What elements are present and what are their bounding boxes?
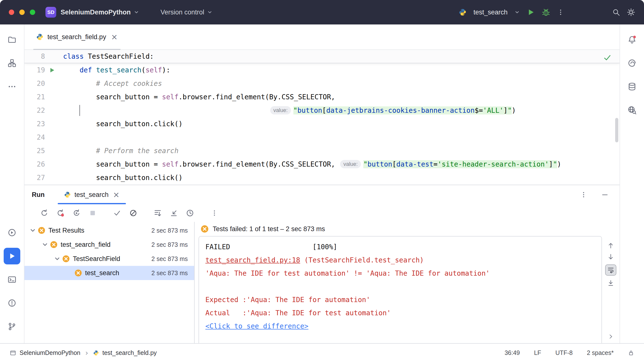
- tree-expand-icon[interactable]: [54, 255, 61, 262]
- editor-scrollbar[interactable]: [615, 118, 618, 142]
- code-token: data-jetbrains-cookies-banner-action: [326, 106, 474, 115]
- toggle-auto-test-button[interactable]: [71, 207, 82, 219]
- line-number: 20: [24, 77, 45, 90]
- more-tools-button[interactable]: [4, 78, 20, 95]
- rerun-button[interactable]: [39, 207, 50, 219]
- python-icon: [459, 8, 466, 16]
- scroll-to-end-icon[interactable]: [607, 280, 614, 287]
- services-tool-button[interactable]: [4, 224, 20, 241]
- line-separator-widget[interactable]: LF: [534, 349, 541, 356]
- window-zoom-button[interactable]: [30, 10, 35, 15]
- run-tool-window-button[interactable]: [4, 248, 20, 264]
- test-tree-node-test-search-field[interactable]: test_search_field2 sec 873 ms: [24, 237, 194, 252]
- run-tab[interactable]: test_search ×: [62, 185, 121, 204]
- show-passed-button[interactable]: [112, 207, 123, 219]
- code-line-22[interactable]: 22 value:"button[data-jetbrains-cookies-…: [24, 104, 620, 117]
- run-button[interactable]: [527, 8, 535, 17]
- sticky-line[interactable]: 8 class TestSearchField:: [24, 50, 620, 63]
- test-node-duration: 2 sec 873 ms: [151, 241, 188, 248]
- tab-close-icon[interactable]: ×: [111, 33, 118, 41]
- run-options-icon[interactable]: [580, 191, 587, 198]
- code-line-27[interactable]: 27 search_button.click(): [24, 171, 620, 184]
- code-editor[interactable]: 8 class TestSearchField: 19 def test_sea…: [24, 50, 620, 185]
- x-icon: [201, 225, 208, 233]
- expand-all-button[interactable]: [152, 207, 163, 219]
- chevron-down-icon[interactable]: [514, 10, 520, 15]
- search-everywhere-icon[interactable]: [612, 8, 620, 16]
- endpoints-tool-button[interactable]: [624, 102, 640, 118]
- indent-widget[interactable]: 2 spaces*: [587, 349, 614, 356]
- test-history-button[interactable]: [184, 207, 196, 219]
- database-tool-button[interactable]: [624, 78, 640, 95]
- project-widget[interactable]: SeleniumDemoPython: [61, 9, 139, 16]
- code-line-21[interactable]: 21 search_button = self.browser.find_ele…: [24, 90, 620, 104]
- notifications-button[interactable]: [624, 31, 640, 48]
- breadcrumb-project[interactable]: SeleniumDemoPython: [20, 349, 80, 356]
- window-minimize-button[interactable]: [19, 10, 25, 15]
- caret-position-widget[interactable]: 36:49: [505, 349, 520, 356]
- test-tree-node-test-search[interactable]: test_search2 sec 873 ms: [24, 266, 194, 280]
- structure-tool-button[interactable]: [4, 55, 20, 71]
- test-tree-node-testsearchfield[interactable]: TestSearchField2 sec 873 ms: [24, 252, 194, 266]
- chevron-down-icon: [134, 10, 139, 15]
- code-token: test_search: [96, 66, 141, 74]
- run-test-gutter-icon[interactable]: [45, 67, 59, 73]
- tree-expand-icon[interactable]: [29, 227, 36, 234]
- lock-icon[interactable]: [628, 350, 634, 356]
- settings-gear-icon[interactable]: [627, 8, 635, 17]
- breadcrumb-file[interactable]: test_search_field.py: [102, 349, 157, 356]
- see-difference-link[interactable]: <Click to see difference>: [206, 322, 308, 330]
- code-token: TestSearchField:: [88, 52, 154, 60]
- project-tool-button[interactable]: [4, 31, 20, 48]
- more-actions-icon[interactable]: [557, 9, 564, 16]
- code-line-24[interactable]: 24: [24, 131, 620, 144]
- code-line-26[interactable]: 26 search_button = self.browser.find_ele…: [24, 158, 620, 171]
- next-occurrence-icon[interactable]: [607, 253, 614, 260]
- code-token: ): [557, 160, 561, 168]
- console-text: Expected :'Aqua: The IDE for automation': [206, 296, 370, 304]
- test-tree-node-test-results[interactable]: Test Results2 sec 873 ms: [24, 223, 194, 237]
- circle-slash-icon: [129, 209, 138, 217]
- version-control-tool-button[interactable]: [4, 318, 20, 335]
- line-number: 26: [24, 158, 45, 171]
- vcs-widget[interactable]: Version control: [161, 9, 213, 16]
- expand-panel-icon[interactable]: [608, 333, 614, 340]
- stacktrace-link[interactable]: test_search_field.py:18: [206, 256, 300, 264]
- collapse-all-button[interactable]: [168, 207, 180, 219]
- editor-caret: [80, 105, 80, 116]
- editor-tab[interactable]: test_search_field.py ×: [33, 25, 120, 49]
- run-config-name[interactable]: test_search: [473, 9, 508, 16]
- toolbar-more-button[interactable]: [209, 207, 220, 219]
- console-text: FAILED [100%]: [206, 243, 337, 251]
- debug-button[interactable]: [542, 8, 550, 17]
- code-line-23[interactable]: 23 search_button.click(): [24, 117, 620, 131]
- stop-button[interactable]: [87, 207, 98, 219]
- terminal-tool-button[interactable]: [4, 271, 20, 288]
- previous-occurrence-icon[interactable]: [607, 242, 614, 249]
- code-line-20[interactable]: 20 # Accept cookies: [24, 77, 620, 90]
- tree-expand-icon[interactable]: [42, 241, 48, 248]
- hide-tool-window-icon[interactable]: [601, 191, 609, 199]
- ai-assistant-button[interactable]: [624, 55, 640, 71]
- show-ignored-button[interactable]: [128, 207, 139, 219]
- code-line-25[interactable]: 25 # Perform the search: [24, 144, 620, 158]
- soft-wrap-button[interactable]: [605, 264, 616, 276]
- test-node-label: test_search: [85, 269, 119, 277]
- tests-failed-text: Tests failed: 1 of 1 test – 2 sec 873 ms: [213, 225, 325, 233]
- endpoints-icon: [628, 106, 636, 115]
- project-window-icon: [10, 350, 16, 356]
- console-output[interactable]: FAILED [100%]test_search_field.py:18 (Te…: [198, 236, 602, 343]
- window-close-button[interactable]: [9, 10, 14, 15]
- rerun-failed-tests-button[interactable]: [55, 207, 66, 219]
- run-window-title: Run: [32, 191, 44, 199]
- problems-tool-button[interactable]: [4, 295, 20, 311]
- code-token: .browser.find_element(By.CSS_SELECTOR,: [178, 93, 335, 101]
- test-status-line: Tests failed: 1 of 1 test – 2 sec 873 ms: [194, 222, 620, 236]
- encoding-widget[interactable]: UTF-8: [555, 349, 572, 356]
- code-line-19[interactable]: 19 def test_search(self):: [24, 63, 620, 77]
- code-token: ]: [504, 106, 508, 115]
- close-run-tab-icon[interactable]: ×: [113, 191, 120, 199]
- inspections-ok-icon[interactable]: [604, 54, 611, 62]
- console-line: 'Aqua: The IDE for test automation' != '…: [206, 267, 599, 280]
- project-badge: SD: [46, 7, 56, 18]
